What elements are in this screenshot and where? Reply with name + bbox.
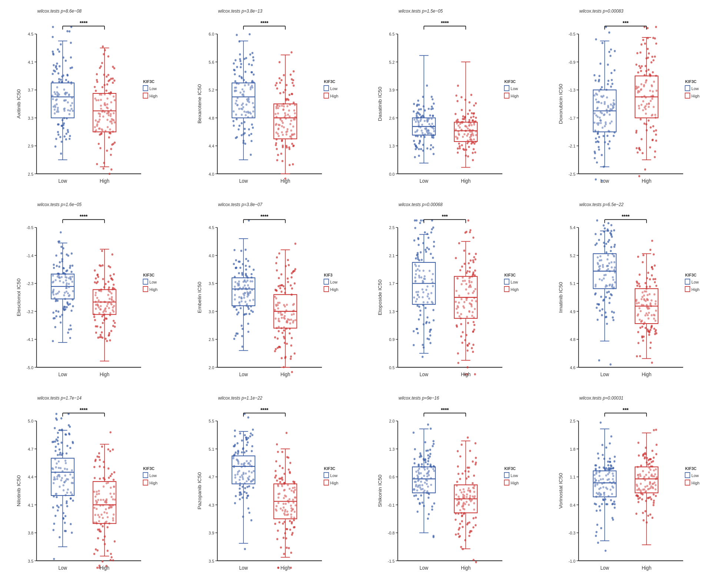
svg-point-1909 bbox=[610, 234, 612, 236]
svg-point-2544 bbox=[282, 523, 284, 525]
svg-point-1732 bbox=[462, 331, 463, 333]
svg-point-1168 bbox=[112, 254, 113, 256]
svg-point-1881 bbox=[613, 246, 615, 248]
svg-point-66 bbox=[60, 43, 62, 46]
svg-text:1.1: 1.1 bbox=[570, 475, 575, 480]
svg-point-429 bbox=[285, 84, 287, 86]
svg-text:wilcox.tests p=8.6e−08: wilcox.tests p=8.6e−08 bbox=[37, 8, 82, 14]
svg-point-3074 bbox=[648, 458, 650, 460]
svg-point-1272 bbox=[97, 276, 99, 278]
svg-point-1996 bbox=[652, 278, 654, 280]
svg-point-625 bbox=[432, 136, 434, 139]
svg-point-2303 bbox=[111, 473, 113, 475]
svg-point-100 bbox=[52, 36, 54, 38]
svg-point-2483 bbox=[286, 547, 287, 549]
svg-point-2212 bbox=[110, 559, 112, 561]
svg-point-1442 bbox=[287, 264, 289, 266]
svg-point-2278 bbox=[108, 477, 110, 479]
svg-point-1479 bbox=[289, 358, 291, 360]
svg-point-1748 bbox=[474, 258, 476, 261]
svg-point-1783 bbox=[472, 274, 474, 276]
svg-point-371 bbox=[243, 132, 245, 134]
svg-point-2195 bbox=[66, 500, 67, 503]
svg-point-1524 bbox=[290, 337, 292, 339]
svg-point-1324 bbox=[233, 338, 235, 340]
svg-text:4.6: 4.6 bbox=[570, 365, 575, 370]
plot-bexarotene: 4.04.44.85.25.66.0LowHighBexarotene IC50… bbox=[185, 4, 363, 195]
svg-point-2938 bbox=[604, 550, 606, 552]
svg-point-717 bbox=[475, 117, 477, 119]
svg-point-1371 bbox=[245, 268, 247, 271]
svg-point-704 bbox=[457, 152, 459, 154]
svg-point-1759 bbox=[461, 265, 463, 268]
svg-point-1914 bbox=[602, 299, 604, 302]
svg-point-1501 bbox=[294, 243, 296, 245]
svg-point-662 bbox=[472, 119, 473, 122]
svg-point-1083 bbox=[59, 261, 61, 264]
svg-point-81 bbox=[69, 30, 70, 33]
svg-point-1416 bbox=[236, 332, 238, 335]
svg-point-2980 bbox=[599, 509, 601, 511]
svg-point-1417 bbox=[239, 261, 240, 263]
svg-point-1987 bbox=[651, 362, 653, 364]
svg-point-934 bbox=[653, 130, 655, 132]
svg-point-1270 bbox=[101, 250, 103, 252]
svg-point-579 bbox=[414, 156, 416, 158]
svg-point-2277 bbox=[100, 530, 102, 533]
svg-text:5.1: 5.1 bbox=[209, 447, 214, 451]
svg-point-386 bbox=[277, 154, 279, 156]
svg-point-666 bbox=[468, 146, 470, 148]
svg-point-1575 bbox=[413, 330, 415, 332]
svg-point-1066 bbox=[60, 231, 62, 234]
svg-point-2244 bbox=[102, 539, 104, 541]
svg-text:5.2: 5.2 bbox=[570, 253, 575, 258]
svg-point-849 bbox=[602, 135, 604, 137]
svg-point-1493 bbox=[287, 259, 289, 261]
svg-point-1092 bbox=[60, 321, 62, 324]
svg-point-1076 bbox=[52, 311, 54, 314]
svg-point-1137 bbox=[55, 310, 57, 312]
svg-text:Low: Low bbox=[511, 473, 518, 478]
svg-point-2480 bbox=[276, 538, 278, 540]
svg-point-2626 bbox=[421, 501, 423, 504]
svg-point-479 bbox=[276, 159, 278, 161]
svg-point-478 bbox=[292, 79, 294, 81]
svg-text:High: High bbox=[280, 371, 290, 377]
svg-point-15 bbox=[65, 79, 67, 81]
svg-point-1503 bbox=[292, 271, 294, 273]
svg-point-2356 bbox=[235, 495, 236, 497]
svg-point-1756 bbox=[474, 373, 476, 375]
svg-text:3.5: 3.5 bbox=[209, 281, 214, 286]
svg-point-2054 bbox=[651, 266, 653, 268]
svg-point-2170 bbox=[53, 523, 55, 525]
svg-point-428 bbox=[293, 102, 295, 104]
svg-point-309 bbox=[236, 118, 237, 120]
svg-point-603 bbox=[414, 143, 416, 145]
svg-point-216 bbox=[96, 81, 98, 83]
svg-text:4.5: 4.5 bbox=[209, 225, 214, 230]
svg-point-1648 bbox=[433, 245, 435, 248]
svg-point-2425 bbox=[244, 487, 246, 489]
boxplot-svg-imatinib: 4.64.84.95.15.25.4LowHighImatinib IC50wi… bbox=[557, 199, 723, 387]
svg-point-2674 bbox=[429, 453, 431, 455]
svg-point-399 bbox=[278, 61, 280, 63]
svg-text:4.4: 4.4 bbox=[28, 475, 33, 480]
svg-point-1611 bbox=[429, 334, 431, 337]
svg-point-2420 bbox=[249, 435, 251, 437]
svg-point-1604 bbox=[418, 318, 420, 321]
svg-point-2727 bbox=[464, 470, 466, 472]
svg-point-2761 bbox=[475, 457, 477, 459]
svg-point-564 bbox=[418, 108, 420, 110]
svg-point-568 bbox=[418, 155, 420, 157]
svg-point-1791 bbox=[472, 236, 474, 239]
svg-point-571 bbox=[429, 114, 431, 116]
svg-point-2048 bbox=[641, 326, 643, 328]
svg-point-223 bbox=[110, 168, 112, 170]
svg-point-2818 bbox=[461, 444, 462, 446]
svg-text:***: *** bbox=[442, 213, 448, 219]
svg-point-2571 bbox=[293, 526, 295, 528]
svg-point-352 bbox=[251, 52, 253, 54]
svg-point-2774 bbox=[469, 532, 471, 534]
svg-point-1464 bbox=[274, 336, 276, 338]
svg-point-2440 bbox=[245, 450, 247, 452]
